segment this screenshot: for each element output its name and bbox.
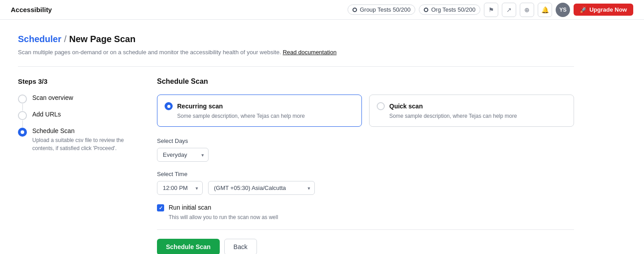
link-icon: ⊕ (524, 6, 530, 13)
button-row: Schedule Scan Back (157, 239, 574, 254)
select-days-section: Select Days Everyday Monday Tuesday Wedn… (157, 138, 574, 162)
read-docs-link[interactable]: Read documentation (283, 49, 336, 56)
form-title: Schedule Scan (157, 77, 574, 86)
recurring-card-header: Recurring scan (165, 102, 354, 110)
content-layout: Steps 3/3 Scan overview Add URLs (18, 77, 574, 254)
link-icon-button[interactable]: ⊕ (520, 3, 534, 17)
timezone-select-wrap: (GMT +05:30) Asia/Calcutta (GMT +00:00) … (208, 181, 315, 195)
steps-panel: Steps 3/3 Scan overview Add URLs (18, 77, 139, 254)
schedule-scan-button[interactable]: Schedule Scan (157, 239, 220, 254)
time-select-wrap: 12:00 PM 1:00 PM 2:00 PM 6:00 AM 9:00 AM (157, 181, 203, 195)
avatar[interactable]: YS (556, 3, 570, 17)
header-divider (18, 66, 574, 67)
main-content: Scheduler / New Page Scan Scan multiple … (0, 20, 592, 254)
initial-scan-section: Run initial scan This will allow you to … (157, 204, 574, 220)
org-tests-badge[interactable]: Org Tests 50/200 (419, 4, 480, 15)
group-tests-label: Group Tests 50/200 (360, 6, 410, 13)
step-1-content: Scan overview (32, 94, 139, 103)
flag-icon-button[interactable]: ⚑ (484, 3, 498, 17)
step-2-content: Add URLs (32, 111, 139, 120)
back-button[interactable]: Back (224, 239, 257, 254)
form-panel: Schedule Scan Recurring scan Some sample… (157, 77, 574, 254)
step-scan-overview: Scan overview (18, 94, 139, 111)
page-subtitle: Scan multiple pages on-demand or on a sc… (18, 49, 574, 56)
breadcrumb-scheduler-link[interactable]: Scheduler (18, 34, 61, 44)
quick-scan-card[interactable]: Quick scan Some sample description, wher… (369, 95, 574, 127)
select-time-label: Select Time (157, 171, 574, 177)
breadcrumb: Scheduler / New Page Scan (18, 34, 574, 44)
timezone-select-input[interactable]: (GMT +05:30) Asia/Calcutta (GMT +00:00) … (208, 181, 315, 195)
select-days-input[interactable]: Everyday Monday Tuesday Wednesday Thursd… (157, 148, 209, 162)
step-3-label: Schedule Scan (32, 127, 139, 134)
step-1-dot (18, 95, 27, 103)
checkbox-desc: This will allow you to run the scan now … (169, 214, 574, 220)
step-3-content: Schedule Scan Upload a suitable csv file… (32, 127, 139, 152)
step-3-dot (18, 128, 27, 137)
select-days-label: Select Days (157, 138, 574, 144)
breadcrumb-separator: / (64, 34, 67, 44)
checkbox-label: Run initial scan (169, 204, 211, 211)
bell-icon-button[interactable]: 🔔 (538, 3, 552, 17)
org-tests-icon (424, 8, 428, 12)
flag-icon: ⚑ (488, 6, 494, 13)
recurring-scan-card[interactable]: Recurring scan Some sample description, … (157, 95, 362, 127)
time-field-row: 12:00 PM 1:00 PM 2:00 PM 6:00 AM 9:00 AM… (157, 181, 574, 195)
step-2-dot (18, 111, 27, 120)
step-add-urls: Add URLs (18, 111, 139, 127)
quick-scan-title: Quick scan (389, 103, 423, 110)
quick-scan-desc: Some sample description, where Tejas can… (389, 113, 566, 119)
select-time-section: Select Time 12:00 PM 1:00 PM 2:00 PM 6:0… (157, 171, 574, 195)
quick-radio[interactable] (377, 102, 385, 110)
select-days-wrap: Everyday Monday Tuesday Wednesday Thursd… (157, 148, 209, 162)
step-3-desc: Upload a suitable csv file to review the… (32, 136, 139, 152)
upgrade-button[interactable]: 🚀 Upgrade Now (574, 4, 633, 16)
step-2-label: Add URLs (32, 111, 139, 118)
bell-icon: 🔔 (541, 6, 549, 13)
recurring-scan-title: Recurring scan (177, 103, 223, 110)
group-tests-icon (352, 8, 357, 12)
header: Accessibility Group Tests 50/200 Org Tes… (0, 0, 644, 20)
breadcrumb-current: New Page Scan (69, 34, 135, 44)
steps-title: Steps 3/3 (18, 77, 139, 85)
rocket-icon: 🚀 (580, 6, 587, 13)
app-title: Accessibility (11, 6, 52, 13)
recurring-radio[interactable] (165, 102, 173, 110)
trend-icon: ↗ (506, 6, 512, 13)
step-1-label: Scan overview (32, 94, 139, 101)
scan-type-row: Recurring scan Some sample description, … (157, 95, 574, 127)
initial-scan-checkbox[interactable] (157, 204, 164, 211)
recurring-scan-desc: Some sample description, where Tejas can… (177, 113, 354, 119)
step-schedule-scan: Schedule Scan Upload a suitable csv file… (18, 127, 139, 159)
group-tests-badge[interactable]: Group Tests 50/200 (348, 4, 415, 15)
org-tests-label: Org Tests 50/200 (431, 6, 475, 13)
checkbox-row: Run initial scan (157, 204, 574, 211)
form-divider (157, 229, 574, 230)
header-actions: Group Tests 50/200 Org Tests 50/200 ⚑ ↗ … (348, 3, 633, 17)
quick-card-header: Quick scan (377, 102, 566, 110)
step-list: Scan overview Add URLs Schedule Scan Upl… (18, 94, 139, 159)
trend-icon-button[interactable]: ↗ (502, 3, 516, 17)
time-select-input[interactable]: 12:00 PM 1:00 PM 2:00 PM 6:00 AM 9:00 AM (157, 181, 203, 195)
